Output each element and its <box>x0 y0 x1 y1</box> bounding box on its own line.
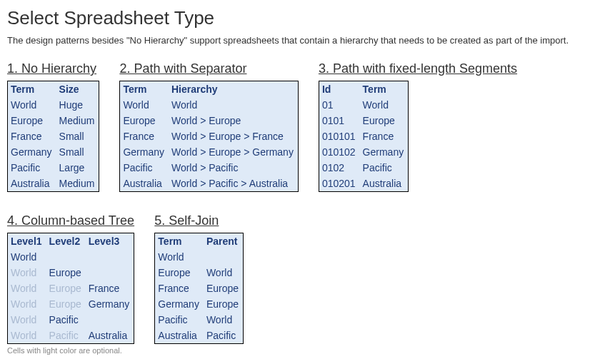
col-header: Hierarchy <box>169 81 298 98</box>
cell: Large <box>56 160 99 176</box>
cell: World > Europe > France <box>169 128 298 144</box>
pattern-column-tree: 4. Column-based Tree Level1 Level2 Level… <box>7 213 134 355</box>
table-row: 0101Europe <box>319 113 408 128</box>
table-row: 010101France <box>319 128 408 144</box>
cell: World <box>204 265 244 280</box>
table-row: PacificWorld <box>155 312 244 328</box>
cell: World > Europe <box>169 113 298 128</box>
table-row: FranceWorld > Europe > France <box>120 128 299 144</box>
table-row: PacificWorld > Pacific <box>120 160 299 176</box>
row-2: 4. Column-based Tree Level1 Level2 Level… <box>7 213 608 355</box>
cell-optional: World <box>8 280 46 296</box>
cell: Australia <box>86 328 134 344</box>
table-row: AustraliaWorld > Pacific > Australia <box>120 176 299 192</box>
cell: 01 <box>319 97 359 113</box>
cell: 010101 <box>319 128 359 144</box>
cell: France <box>120 128 169 144</box>
cell: 0101 <box>319 113 359 128</box>
table-row: WorldHuge <box>8 97 99 113</box>
cell <box>86 249 134 265</box>
table-row: EuropeMedium <box>8 113 99 128</box>
pattern-title: 3. Path with fixed-length Segments <box>319 61 517 76</box>
pattern-title: 1. No Hierarchy <box>7 61 99 76</box>
col-header: Term <box>120 81 169 98</box>
table-row: GermanyEurope <box>155 296 244 312</box>
sheet-path-separator: Term Hierarchy WorldWorld EuropeWorld > … <box>119 81 299 192</box>
sheet-column-tree: Level1 Level2 Level3 World World Europe … <box>7 233 134 344</box>
col-header: Term <box>360 81 409 98</box>
cell: France <box>8 128 56 144</box>
pattern-path-separator: 2. Path with Separator Term Hierarchy Wo… <box>119 61 299 192</box>
cell: Medium <box>56 176 99 192</box>
table-row: World <box>8 249 134 265</box>
cell: World > Pacific <box>169 160 298 176</box>
cell: France <box>155 280 204 296</box>
cell: Small <box>56 144 99 160</box>
cell: Pacific <box>8 160 56 176</box>
col-header: Term <box>155 233 204 250</box>
table-row: WorldWorld <box>120 97 299 113</box>
col-header: Level2 <box>46 233 86 250</box>
cell: World > Europe > Germany <box>169 144 298 160</box>
table-row: 010102Germany <box>319 144 408 160</box>
cell: Germany <box>120 144 169 160</box>
table-row: AustraliaPacific <box>155 328 244 344</box>
cell <box>86 265 134 280</box>
col-header: Term <box>8 81 56 98</box>
table-row: World <box>155 249 244 265</box>
pattern-title: 4. Column-based Tree <box>7 213 134 228</box>
col-header: Size <box>56 81 99 98</box>
cell-optional: World <box>8 312 46 328</box>
cell: Europe <box>204 296 244 312</box>
pattern-fixed-segments: 3. Path with fixed-length Segments Id Te… <box>319 61 517 192</box>
sheet-self-join: Term Parent World EuropeWorld FranceEuro… <box>154 233 244 344</box>
cell <box>204 249 244 265</box>
cell: World <box>360 97 409 113</box>
intro-text: The design patterns besides "No Hierarch… <box>7 35 608 46</box>
cell: World <box>120 97 169 113</box>
cell: Australia <box>8 176 56 192</box>
pattern-title: 2. Path with Separator <box>119 61 299 76</box>
table-row: World Europe Germany <box>8 296 134 312</box>
cell: Pacific <box>120 160 169 176</box>
cell: France <box>86 280 134 296</box>
cell: World <box>169 97 298 113</box>
cell: Germany <box>360 144 409 160</box>
table-row: FranceEurope <box>155 280 244 296</box>
pattern-self-join: 5. Self-Join Term Parent World EuropeWor… <box>154 213 244 344</box>
table-row: GermanySmall <box>8 144 99 160</box>
cell: Pacific <box>46 312 86 328</box>
table-row: 0102Pacific <box>319 160 408 176</box>
table-row: World Pacific Australia <box>8 328 134 344</box>
table-row: 010201Australia <box>319 176 408 192</box>
table-row: AustraliaMedium <box>8 176 99 192</box>
sheet-fixed-segments: Id Term 01World 0101Europe 010101France … <box>319 81 409 192</box>
table-row: GermanyWorld > Europe > Germany <box>120 144 299 160</box>
cell: 010201 <box>319 176 359 192</box>
table-row: 01World <box>319 97 408 113</box>
cell: World <box>8 97 56 113</box>
cell: Pacific <box>155 312 204 328</box>
footnote: Cells with light color are optional. <box>7 346 134 355</box>
cell: Germany <box>8 144 56 160</box>
cell-optional: World <box>8 265 46 280</box>
table-row: World Europe France <box>8 280 134 296</box>
cell: World <box>155 249 204 265</box>
table-row: World Europe <box>8 265 134 280</box>
cell-optional: World <box>8 296 46 312</box>
cell <box>86 312 134 328</box>
pattern-no-hierarchy: 1. No Hierarchy Term Size WorldHuge Euro… <box>7 61 99 192</box>
cell-optional: Pacific <box>46 328 86 344</box>
cell-optional: World <box>8 328 46 344</box>
sheet-no-hierarchy: Term Size WorldHuge EuropeMedium FranceS… <box>7 81 99 192</box>
cell: World > Pacific > Australia <box>169 176 298 192</box>
pattern-title: 5. Self-Join <box>154 213 244 228</box>
cell: Australia <box>120 176 169 192</box>
cell: Europe <box>8 113 56 128</box>
cell: Medium <box>56 113 99 128</box>
cell: Australia <box>360 176 409 192</box>
cell: Europe <box>155 265 204 280</box>
cell: 010102 <box>319 144 359 160</box>
cell: France <box>360 128 409 144</box>
table-row: World Pacific <box>8 312 134 328</box>
